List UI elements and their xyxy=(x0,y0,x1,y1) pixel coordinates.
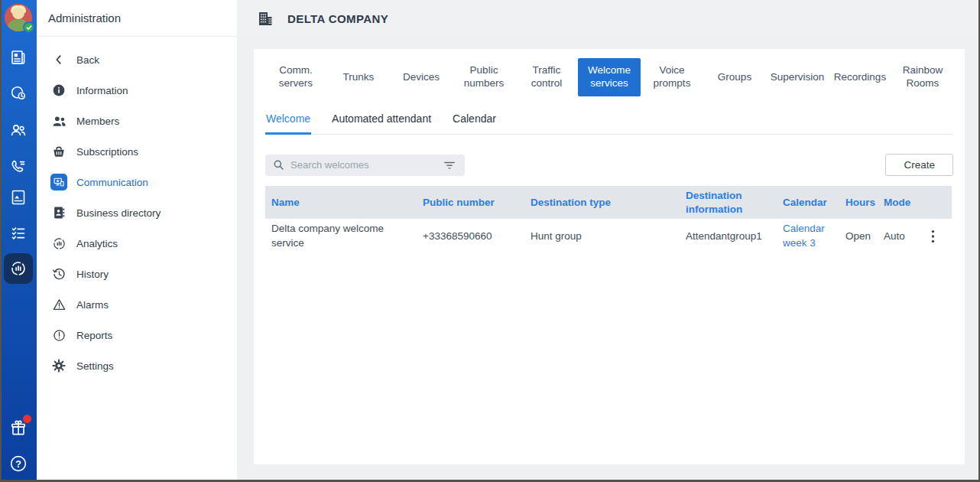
nav-item-label: Settings xyxy=(76,360,114,372)
gear-icon xyxy=(50,357,67,374)
building-icon xyxy=(257,10,274,27)
magnifier-icon xyxy=(273,159,284,171)
nav-item-label: Back xyxy=(76,54,99,66)
admin-nav-panel: Administration Back Information xyxy=(37,0,237,482)
nav-item-information[interactable]: Information xyxy=(37,75,237,106)
column-header-calendar[interactable]: Calendar xyxy=(777,193,839,213)
call-history-icon[interactable] xyxy=(0,84,37,103)
nav-item-label: Members xyxy=(76,116,119,127)
content-card: Comm. servers Trunks Devices Public numb… xyxy=(254,49,965,464)
warning-triangle-icon xyxy=(50,296,67,313)
nav-item-members[interactable]: Members xyxy=(37,106,237,136)
channels-icon[interactable] xyxy=(0,188,37,207)
tab-rainbow-rooms[interactable]: Rainbow Rooms xyxy=(891,58,954,96)
column-header-name[interactable]: Name xyxy=(265,193,417,213)
table-row[interactable]: Delta company welcome service +333685906… xyxy=(265,219,952,254)
members-icon xyxy=(50,112,67,129)
contacts-icon[interactable] xyxy=(0,121,37,139)
cell-public-number: +33368590660 xyxy=(417,226,524,247)
nav-item-business-directory[interactable]: Business directory xyxy=(37,197,237,228)
basket-icon xyxy=(50,143,67,160)
gift-icon[interactable] xyxy=(0,418,37,441)
company-name: DELTA COMPANY xyxy=(287,12,388,25)
svg-text:?: ? xyxy=(15,459,21,470)
nav-item-reports[interactable]: Reports xyxy=(37,320,237,350)
column-header-actions xyxy=(914,200,952,206)
app-rail: ? xyxy=(0,0,37,482)
create-button[interactable]: Create xyxy=(885,154,953,176)
cell-name: Delta company welcome service xyxy=(265,219,417,254)
column-header-public-number[interactable]: Public number xyxy=(417,193,524,213)
cell-destination-type: Hunt group xyxy=(524,226,680,247)
chevron-left-icon xyxy=(50,51,67,68)
window-frame-left xyxy=(0,0,2,482)
cell-mode: Auto xyxy=(878,226,914,247)
tasks-icon[interactable] xyxy=(0,224,37,243)
subtab-calendar[interactable]: Calendar xyxy=(452,112,497,135)
tab-voice-prompts[interactable]: Voice prompts xyxy=(641,58,703,96)
nav-item-label: History xyxy=(76,269,109,280)
tab-public-numbers[interactable]: Public numbers xyxy=(453,58,515,96)
filter-icon[interactable] xyxy=(442,158,457,172)
tab-welcome-services[interactable]: Welcome services xyxy=(578,58,641,96)
tab-trunks[interactable]: Trunks xyxy=(327,58,390,96)
nav-item-history[interactable]: History xyxy=(37,259,237,289)
analytics-icon[interactable] xyxy=(0,253,37,284)
nav-item-subscriptions[interactable]: Subscriptions xyxy=(37,136,237,167)
column-header-destination-type[interactable]: Destination type xyxy=(524,193,680,213)
cell-destination-information: Attendantgroup1 xyxy=(680,226,777,247)
nav-item-back[interactable]: Back xyxy=(37,44,237,75)
presence-available-icon xyxy=(23,21,34,33)
communication-icon xyxy=(50,174,67,191)
subtab-automated-attendant[interactable]: Automated attendant xyxy=(331,112,432,135)
nav-item-label: Alarms xyxy=(76,299,109,311)
report-icon xyxy=(50,327,67,344)
nav-item-settings[interactable]: Settings xyxy=(37,350,237,381)
help-icon[interactable]: ? xyxy=(0,454,37,474)
toolbar: Create xyxy=(265,154,953,176)
tab-comm-servers[interactable]: Comm. servers xyxy=(264,58,327,96)
table-header-row: Name Public number Destination type Dest… xyxy=(265,186,952,219)
tab-groups[interactable]: Groups xyxy=(703,58,766,96)
column-header-destination-information[interactable]: Destination information xyxy=(680,186,777,219)
cell-hours: Open xyxy=(839,226,878,247)
history-icon xyxy=(50,265,67,282)
main-area: DELTA COMPANY Comm. servers Trunks Devic… xyxy=(237,0,980,482)
user-avatar[interactable] xyxy=(0,4,37,31)
app-window: ? Administration Back Information xyxy=(0,0,980,482)
nav-item-label: Communication xyxy=(76,177,148,188)
avatar-art xyxy=(12,8,24,19)
calls-icon[interactable] xyxy=(0,158,37,176)
section-tabs: Comm. servers Trunks Devices Public numb… xyxy=(264,58,954,96)
nav-item-label: Information xyxy=(76,85,128,96)
panel-title: Administration xyxy=(37,0,237,37)
nav-list: Back Information Members xyxy=(37,37,237,381)
calendar-link[interactable]: Calendar week 3 xyxy=(783,223,825,249)
search-input[interactable] xyxy=(290,159,442,171)
tab-supervision[interactable]: Supervision xyxy=(766,58,829,96)
tab-recordings[interactable]: Recordings xyxy=(829,58,891,96)
welcomes-table: Name Public number Destination type Dest… xyxy=(265,186,952,254)
nav-item-label: Business directory xyxy=(76,207,161,219)
info-icon xyxy=(50,82,67,99)
kebab-menu-icon[interactable] xyxy=(926,226,939,246)
analytics-chart-icon xyxy=(50,235,67,252)
company-header: DELTA COMPANY xyxy=(237,0,980,37)
column-header-hours[interactable]: Hours xyxy=(839,193,878,213)
search-box[interactable] xyxy=(265,155,465,176)
rail-active-indicator xyxy=(4,253,33,284)
nav-item-communication[interactable]: Communication xyxy=(37,167,237,197)
column-header-mode[interactable]: Mode xyxy=(878,193,914,213)
tab-traffic-control[interactable]: Traffic control xyxy=(515,58,578,96)
nav-item-label: Subscriptions xyxy=(76,146,138,158)
cell-calendar: Calendar week 3 xyxy=(777,219,839,254)
directory-icon xyxy=(50,204,67,221)
nav-item-label: Reports xyxy=(76,330,112,341)
nav-item-alarms[interactable]: Alarms xyxy=(37,289,237,320)
welcome-subtabs: Welcome Automated attendant Calendar xyxy=(265,112,953,135)
notification-badge xyxy=(23,415,31,423)
tab-devices[interactable]: Devices xyxy=(390,58,453,96)
nav-item-analytics[interactable]: Analytics xyxy=(37,228,237,259)
news-feed-icon[interactable] xyxy=(0,48,37,67)
subtab-welcome[interactable]: Welcome xyxy=(265,112,311,135)
